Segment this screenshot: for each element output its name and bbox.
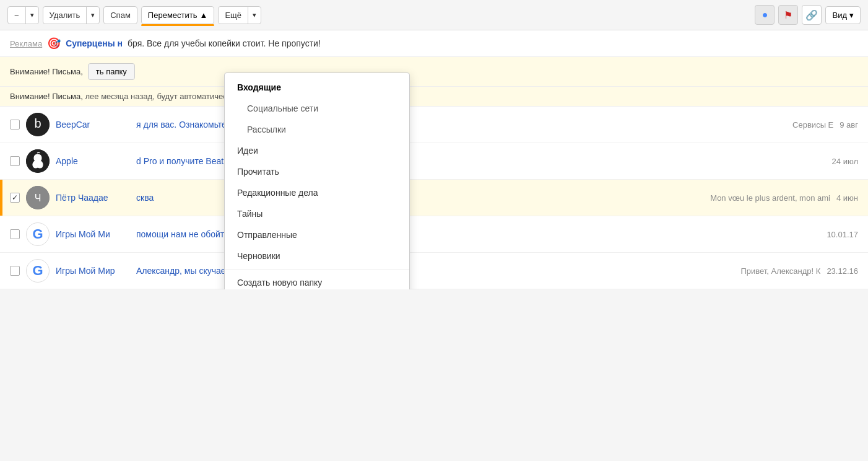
select-button[interactable]: − ▾ <box>7 6 39 24</box>
move-underline <box>141 24 215 26</box>
dropdown-item-editorial[interactable]: Редакционные дела <box>225 182 409 203</box>
delete-main[interactable]: Удалить <box>43 7 87 24</box>
create-folder-button[interactable]: ть папку <box>88 63 135 80</box>
sender-chaadaev: Пётр Чаадае <box>56 193 130 203</box>
warning-text: Внимание! Письма, <box>10 67 83 76</box>
dropdown-item-newsletters[interactable]: Рассылки <box>225 119 409 140</box>
toolbar: − ▾ Удалить ▾ Спам Переместить ▲ Ещё ▾ ●… <box>0 0 868 30</box>
row-checkbox-igry2[interactable] <box>10 266 20 276</box>
svg-text:Ч: Ч <box>35 193 41 203</box>
date-chaadaev: 4 июн <box>836 193 858 203</box>
avatar-igry2: G <box>26 259 50 283</box>
promo-subject: Суперцены н <box>66 38 123 48</box>
dropdown-item-social[interactable]: Социальные сети <box>225 98 409 119</box>
preview-beepcar: Сервисы Е <box>792 120 833 130</box>
move-button-container: Переместить ▲ <box>141 6 215 24</box>
select-arrow[interactable]: ▾ <box>26 7 38 23</box>
avatar-chaadaev: Ч <box>26 186 50 209</box>
table-row[interactable]: b BeepCar я для вас. Ознакомьтесь! Серви… <box>0 107 868 143</box>
view-label: Вид <box>832 11 847 20</box>
table-row[interactable]: G Игры Мой Мир Александр, мы скучаем по … <box>0 253 868 289</box>
clip-icon-button[interactable]: 🔗 <box>802 5 822 25</box>
dropdown-item-ideas[interactable]: Идеи <box>225 140 409 161</box>
date-igry1: 10.01.17 <box>827 230 858 239</box>
dropdown-divider <box>225 269 409 270</box>
sender-apple: Apple <box>56 156 130 166</box>
promo-banner: Реклама 🎯 Суперцены н бря. Все для учебы… <box>0 30 868 57</box>
dropdown-item-drafts[interactable]: Черновики <box>225 245 409 266</box>
clip-icon: 🔗 <box>805 9 818 21</box>
attention-text: Внимание! Письма, <box>10 92 83 101</box>
row-checkbox-chaadaev[interactable] <box>10 193 20 203</box>
table-row[interactable]: Ч Пётр Чаадае сква Mon vœu le plus arden… <box>0 180 868 216</box>
view-button[interactable]: Вид ▾ <box>825 6 861 24</box>
dropdown-item-read[interactable]: Прочитать <box>225 161 409 182</box>
flag-icon: ⚑ <box>784 9 792 21</box>
dot-icon-button[interactable]: ● <box>755 5 775 25</box>
dropdown-item-sent[interactable]: Отправленные <box>225 224 409 245</box>
dot-icon: ● <box>762 9 768 20</box>
preview-igry2: Привет, Александр! К <box>740 266 820 276</box>
email-list: b BeepCar я для вас. Ознакомьтесь! Серви… <box>0 107 868 289</box>
table-row[interactable]: Apple d Pro и получите Beats. Только в A… <box>0 143 868 180</box>
main-content: Реклама 🎯 Суперцены н бря. Все для учебы… <box>0 30 868 289</box>
date-beepcar: 9 авг <box>840 120 858 130</box>
spam-button[interactable]: Спам <box>103 6 137 24</box>
date-apple: 24 июл <box>832 157 858 166</box>
avatar-beepcar: b <box>26 113 50 136</box>
avatar-apple <box>26 149 50 173</box>
row-checkbox-apple[interactable] <box>10 156 20 166</box>
sender-igry2: Игры Мой Мир <box>56 266 130 276</box>
view-arrow-icon: ▾ <box>849 11 854 20</box>
move-arrow-icon: ▲ <box>200 11 208 20</box>
table-row[interactable]: G Игры Мой Ми помощи нам не обойтись в 2… <box>0 216 868 253</box>
move-label: Переместить <box>148 11 197 20</box>
dropdown-item-create[interactable]: Создать новую папку <box>225 272 409 289</box>
orange-bar <box>0 180 2 216</box>
attention-notice: Внимание! Письма, лее месяца назад, буду… <box>0 87 868 107</box>
more-main[interactable]: Ещё <box>219 7 248 24</box>
sender-beepcar: BeepCar <box>56 120 130 130</box>
preview-chaadaev: Mon vœu le plus ardent, mon ami <box>710 193 830 203</box>
flag-icon-button[interactable]: ⚑ <box>778 5 798 25</box>
move-dropdown-menu: Входящие Социальные сети Рассылки Идеи П… <box>224 72 410 289</box>
promo-tag[interactable]: Реклама <box>10 39 42 48</box>
delete-button[interactable]: Удалить ▾ <box>43 6 100 24</box>
promo-refresh-icon: 🎯 <box>47 37 61 50</box>
svg-text:b: b <box>34 116 41 130</box>
dropdown-item-secrets[interactable]: Тайны <box>225 203 409 224</box>
avatar-igry1: G <box>26 222 50 246</box>
toolbar-right: ● ⚑ 🔗 Вид ▾ <box>755 5 861 25</box>
warning-banner: Внимание! Письма, ть папку <box>0 57 868 87</box>
more-button[interactable]: Ещё ▾ <box>218 6 261 24</box>
select-main[interactable]: − <box>8 7 26 24</box>
promo-preview: бря. Все для учебы копейки стоит. Не про… <box>128 38 321 48</box>
delete-arrow[interactable]: ▾ <box>87 7 99 23</box>
subject-chaadaev: сква <box>136 193 704 203</box>
sender-igry1: Игры Мой Ми <box>56 229 130 239</box>
date-igry2: 23.12.16 <box>827 266 858 276</box>
move-button[interactable]: Переместить ▲ <box>141 6 215 24</box>
row-checkbox-igry1[interactable] <box>10 229 20 239</box>
row-checkbox-beepcar[interactable] <box>10 120 20 130</box>
dropdown-item-inbox[interactable]: Входящие <box>225 77 409 98</box>
toolbar-left: − ▾ Удалить ▾ Спам Переместить ▲ Ещё ▾ <box>7 6 751 24</box>
more-arrow[interactable]: ▾ <box>248 7 261 23</box>
